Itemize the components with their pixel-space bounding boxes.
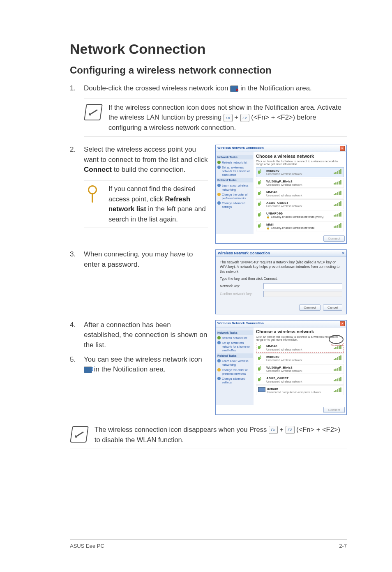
sidebar-advanced[interactable]: Change advanced settings — [217, 377, 252, 384]
network-ssid: WL500gP_Elvis3 — [266, 366, 332, 369]
signal-bars-icon — [334, 223, 342, 228]
wireless-dialog-connected: Wireless Network Connection × Network Ta… — [215, 320, 347, 415]
network-key-input[interactable] — [263, 283, 342, 289]
dialog-subtext: Click an item in the list below to conne… — [256, 160, 344, 166]
network-row[interactable]: defaultUnsecured computer-to-computer ne… — [256, 385, 344, 395]
note-disable-wlan: The wireless connection icon disappears … — [70, 421, 347, 449]
network-desc: Unsecured wireless network — [266, 173, 332, 175]
network-ssid: mike340 — [266, 169, 332, 173]
note-enable-wlan: If the wireless connection icon does not… — [84, 99, 347, 136]
network-row[interactable]: ))MM340Unsecured wireless networkConnect… — [256, 343, 344, 353]
dialog-heading: Choose a wireless network — [256, 329, 344, 334]
signal-icon: )) — [258, 212, 265, 217]
network-ssid: default — [267, 387, 332, 391]
network-ssid: WL500gP_Elvis3 — [266, 180, 332, 183]
step-5: 5. You can see the wireless network icon… — [70, 355, 208, 375]
sidebar-learn[interactable]: Learn about wireless networking — [217, 184, 252, 191]
signal-bars-icon — [334, 190, 342, 195]
signal-bars-icon — [334, 212, 342, 217]
network-desc: Unsecured wireless network — [266, 194, 332, 197]
note-icon — [70, 426, 89, 443]
fn-key-icon: Fn — [224, 114, 233, 122]
connect-button[interactable]: Connect — [299, 304, 321, 311]
signal-icon: )) — [258, 355, 265, 361]
sidebar-header: Related Tasks — [217, 178, 253, 182]
close-icon[interactable]: × — [340, 321, 345, 326]
step-4: 4. After a connection has been establish… — [70, 320, 208, 351]
connect-button[interactable]: Connect — [323, 235, 345, 242]
sidebar-order[interactable]: Change the order of preferred networks — [217, 193, 252, 200]
network-row[interactable]: ))WL500gP_Elvis3Unsecured wireless netwo… — [256, 364, 344, 374]
dialog-heading: Choose a wireless network — [256, 154, 344, 159]
network-ssid: ASUS_GUEST — [266, 201, 332, 205]
password-prompt: Type the key, and then click Connect. — [220, 277, 342, 281]
connected-badge: Connected — [331, 344, 343, 346]
sidebar-learn[interactable]: Learn about wireless networking — [217, 359, 252, 367]
step-text: Double-click the crossed wireless networ… — [84, 84, 230, 92]
footer-product: ASUS Eee PC — [70, 543, 104, 549]
dialog-subtext: Click an item in the list below to conne… — [256, 335, 344, 341]
network-ssid: MMII — [266, 223, 332, 226]
f2-key-icon: F2 — [240, 114, 249, 122]
signal-bars-icon — [334, 201, 342, 206]
network-desc: Unsecured wireless network — [266, 205, 332, 208]
step-text: in the Notification area. — [240, 84, 312, 92]
window-title: Wireless Network Connection — [217, 321, 264, 326]
wireless-connected-icon — [84, 367, 92, 373]
network-row[interactable]: ))WL500gP_Elvis3Unsecured wireless netwo… — [256, 178, 344, 188]
sidebar: Network Tasks Refresh network list Set u… — [216, 328, 254, 405]
network-ssid: UNIAP54G — [266, 212, 332, 215]
sidebar-refresh[interactable]: Refresh network list — [217, 161, 252, 164]
step-number: 2. — [70, 145, 84, 175]
signal-bars-icon — [334, 169, 342, 174]
step-1: 1. Double-click the crossed wireless net… — [70, 83, 347, 94]
step-text: When connecting, you may have to enter a… — [84, 249, 208, 270]
step-number: 5. — [70, 355, 84, 375]
sidebar-setup[interactable]: Set up a wireless network for a home or … — [217, 341, 252, 352]
pin-icon — [86, 185, 100, 203]
signal-icon: )) — [258, 344, 265, 350]
fn-key-icon: Fn — [269, 426, 278, 434]
step-2: 2. Select the wireless access point you … — [70, 145, 208, 175]
network-desc: 🔒Security-enabled wireless network (WPA) — [266, 215, 332, 219]
network-desc: Unsecured wireless network — [266, 380, 332, 383]
network-ssid: ASUS_GUEST — [266, 376, 332, 380]
network-row[interactable]: ))mike340Unsecured wireless network — [256, 167, 344, 177]
plus: + — [234, 113, 240, 121]
network-desc: Unsecured computer-to-computer network — [267, 391, 332, 394]
step-text: to build the connection. — [114, 166, 186, 173]
confirm-key-input[interactable] — [263, 291, 342, 297]
sidebar-header: Network Tasks — [217, 330, 253, 335]
close-icon[interactable]: × — [342, 251, 344, 255]
sidebar-setup[interactable]: Set up a wireless network for a home or … — [217, 166, 252, 177]
close-icon[interactable]: × — [340, 146, 345, 151]
page-title: Network Connection — [70, 41, 347, 57]
network-row[interactable]: ))ASUS_GUESTUnsecured wireless network — [256, 375, 344, 385]
step-text: in the Notification area. — [94, 365, 166, 373]
sidebar-order[interactable]: Change the order of preferred networks — [217, 368, 252, 376]
network-row[interactable]: ))mike340Unsecured wireless network — [256, 353, 344, 363]
plus: + — [279, 426, 285, 433]
network-row[interactable]: ))ASUS_GUESTUnsecured wireless network — [256, 199, 344, 209]
network-desc: Unsecured wireless network — [266, 348, 332, 351]
network-row[interactable]: ))MMII🔒Security-enabled wireless network — [256, 221, 344, 231]
cancel-button[interactable]: Cancel — [323, 304, 342, 311]
step-number: 4. — [70, 320, 84, 351]
computer-icon — [258, 387, 265, 392]
sidebar-advanced[interactable]: Change advanced settings — [217, 201, 252, 209]
step-number: 1. — [70, 83, 84, 94]
signal-icon: )) — [258, 201, 265, 207]
note-text: The wireless connection icon disappears … — [95, 426, 269, 433]
signal-icon: )) — [258, 366, 265, 371]
note-refresh: If you cannot find the desired access po… — [84, 180, 208, 228]
connect-button[interactable]: Connect — [323, 407, 345, 413]
connect-label: Connect — [84, 166, 112, 173]
network-row[interactable]: ))UNIAP54G🔒Security-enabled wireless net… — [256, 210, 344, 220]
window-title: Wireless Network Connection — [218, 251, 270, 255]
sidebar-refresh[interactable]: Refresh network list — [217, 336, 252, 340]
network-row[interactable]: ))MM340Unsecured wireless network — [256, 189, 344, 198]
password-dialog: Wireless Network Connection × The networ… — [215, 249, 347, 314]
confirm-key-label: Confirm network key: — [220, 292, 261, 296]
step-number: 3. — [70, 249, 84, 270]
step-3: 3. When connecting, you may have to ente… — [70, 249, 208, 270]
